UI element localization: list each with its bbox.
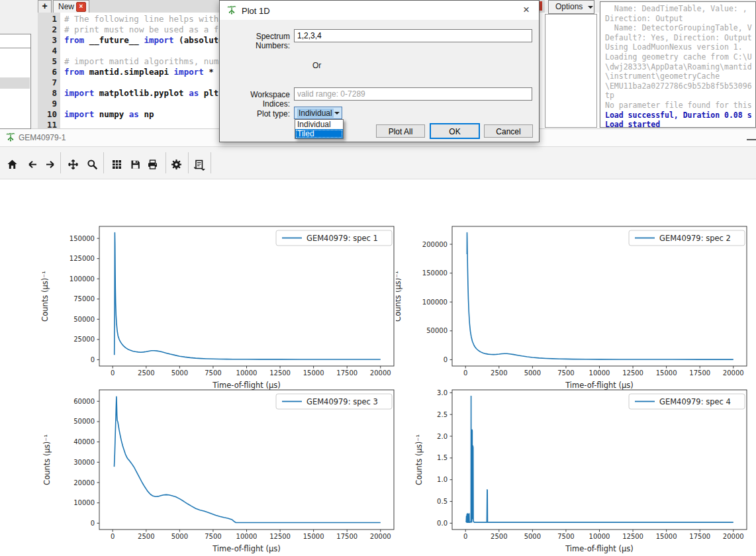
- svg-text:0.0: 0.0: [437, 520, 448, 527]
- toolbar-separator: [211, 152, 211, 173]
- subplot-spec-2[interactable]: 0250050007500100001250015000175002000005…: [396, 212, 756, 394]
- svg-text:2500: 2500: [491, 533, 507, 540]
- combobox-value: Individual: [297, 109, 334, 118]
- back-icon[interactable]: [26, 159, 38, 170]
- plot-type-label: Plot type:: [224, 109, 290, 118]
- line-number: 2: [38, 24, 57, 35]
- grid-icon[interactable]: [111, 159, 122, 170]
- tab-new[interactable]: New ×: [53, 0, 89, 13]
- home-icon[interactable]: [7, 159, 18, 170]
- line-number: 1: [38, 14, 57, 24]
- hidden-tab-close-sliver: [540, 1, 542, 11]
- svg-text:40000: 40000: [73, 438, 95, 445]
- script-generator-icon[interactable]: [193, 159, 205, 170]
- tab-label: New: [58, 2, 74, 11]
- code-text: # The following line helps with fu: [64, 14, 234, 24]
- ok-button[interactable]: OK: [430, 123, 480, 139]
- line-number: 6: [38, 67, 57, 77]
- cancel-button[interactable]: Cancel: [484, 124, 533, 138]
- chevron-down-icon: [588, 6, 593, 9]
- line-number: 7: [38, 77, 57, 88]
- svg-text:10000: 10000: [236, 533, 258, 540]
- log-line: Using LoadMuonNexus version 1.: [605, 42, 755, 52]
- spectrum-numbers-input[interactable]: [294, 29, 532, 42]
- toolbar-separator: [165, 152, 166, 173]
- forward-icon[interactable]: [45, 159, 56, 170]
- subplot-spec-4[interactable]: 025005000750010000125001500017500200000.…: [396, 375, 756, 556]
- line-number: 10: [38, 109, 57, 120]
- y-axis-label: Counts (μs)⁻¹: [40, 271, 50, 322]
- save-icon[interactable]: [130, 159, 141, 170]
- svg-text:12500: 12500: [269, 533, 291, 540]
- dialog-titlebar[interactable]: Plot 1D ×: [220, 1, 539, 20]
- y-axis-label: Counts (μs)⁻¹: [396, 271, 402, 322]
- svg-text:3.0: 3.0: [437, 389, 448, 396]
- log-line: \instrument\geometryCache: [605, 71, 755, 81]
- svg-text:0: 0: [463, 533, 467, 540]
- svg-text:125000: 125000: [70, 255, 95, 262]
- list-item-selected[interactable]: [0, 77, 30, 89]
- plot-all-button[interactable]: Plot All: [376, 124, 425, 138]
- log-line: Direction: Output: [605, 14, 755, 24]
- legend-label: GEM40979: spec 4: [659, 397, 731, 406]
- svg-text:0.5: 0.5: [437, 498, 448, 505]
- subplot-spec-3[interactable]: 0250050007500100001250015000175002000001…: [26, 375, 424, 556]
- svg-text:25000: 25000: [73, 336, 95, 343]
- line-number: 3: [38, 35, 57, 46]
- svg-text:60000: 60000: [73, 398, 95, 405]
- close-icon[interactable]: ×: [519, 3, 534, 17]
- options-button-label: Options: [555, 2, 583, 11]
- svg-text:15000: 15000: [303, 533, 324, 540]
- log-line: Default?: Yes, Direction: Output: [605, 33, 755, 43]
- svg-text:150000: 150000: [70, 235, 95, 242]
- plot-type-combobox[interactable]: Individual: [294, 107, 342, 119]
- svg-text:75000: 75000: [73, 295, 95, 302]
- chevron-down-icon: [334, 112, 340, 115]
- svg-text:10000: 10000: [73, 499, 95, 506]
- x-axis-label: Time-of-flight (μs): [212, 544, 281, 553]
- messages-log-panel[interactable]: Name: DeadTimeTable, Value: , Direction:…: [600, 1, 756, 128]
- line-number: 4: [38, 46, 57, 56]
- svg-text:7500: 7500: [205, 533, 221, 540]
- svg-text:0: 0: [91, 520, 95, 527]
- series-line: [466, 396, 733, 523]
- svg-text:100000: 100000: [70, 275, 95, 283]
- svg-text:7500: 7500: [557, 533, 574, 540]
- svg-text:2.5: 2.5: [437, 411, 448, 418]
- svg-text:50000: 50000: [426, 327, 448, 334]
- tab-close-icon[interactable]: ×: [76, 2, 86, 12]
- left-dock-widget-list[interactable]: [0, 48, 31, 129]
- svg-text:10000: 10000: [589, 533, 610, 540]
- series-line: [115, 233, 381, 359]
- log-line: Load started: [605, 120, 755, 128]
- code-text: import numpy as np: [64, 109, 154, 120]
- workspace-indices-input[interactable]: [294, 87, 532, 101]
- new-tab-button[interactable]: +: [38, 0, 52, 13]
- subplot-spec-1[interactable]: 0250050007500100001250015000175002000002…: [26, 212, 424, 394]
- code-text: from __future__ import (absolute_i: [64, 35, 234, 46]
- x-axis-label: Time-of-flight (μs): [565, 544, 634, 553]
- chevron-down-icon: [201, 169, 205, 171]
- code-text: # import mantid algorithms, numpy: [64, 56, 234, 67]
- svg-text:200000: 200000: [422, 241, 448, 248]
- line-number: 11: [38, 120, 57, 128]
- dropdown-option-individual[interactable]: Individual: [295, 120, 343, 129]
- toolbar-separator: [60, 152, 61, 173]
- log-line: Name: DeadTimeTable, Value: ,: [605, 4, 755, 14]
- left-dock-widget-header[interactable]: [0, 34, 31, 49]
- legend-label: GEM40979: spec 2: [659, 234, 731, 243]
- print-icon[interactable]: [147, 159, 158, 170]
- code-text: from mantid.simpleapi import *: [64, 67, 214, 77]
- svg-text:150000: 150000: [422, 269, 448, 277]
- svg-text:5000: 5000: [524, 533, 541, 540]
- log-line: Name: DetectorGroupingTable, V: [605, 23, 755, 33]
- svg-text:30000: 30000: [73, 459, 95, 466]
- zoom-icon[interactable]: [87, 159, 98, 170]
- dock-dash: [747, 139, 756, 140]
- dropdown-option-tiled[interactable]: Tiled: [295, 129, 343, 138]
- pan-icon[interactable]: [68, 159, 79, 170]
- svg-text:17500: 17500: [336, 533, 357, 540]
- customize-icon[interactable]: [171, 159, 182, 170]
- options-button[interactable]: Options: [548, 0, 594, 14]
- series-line: [115, 396, 381, 522]
